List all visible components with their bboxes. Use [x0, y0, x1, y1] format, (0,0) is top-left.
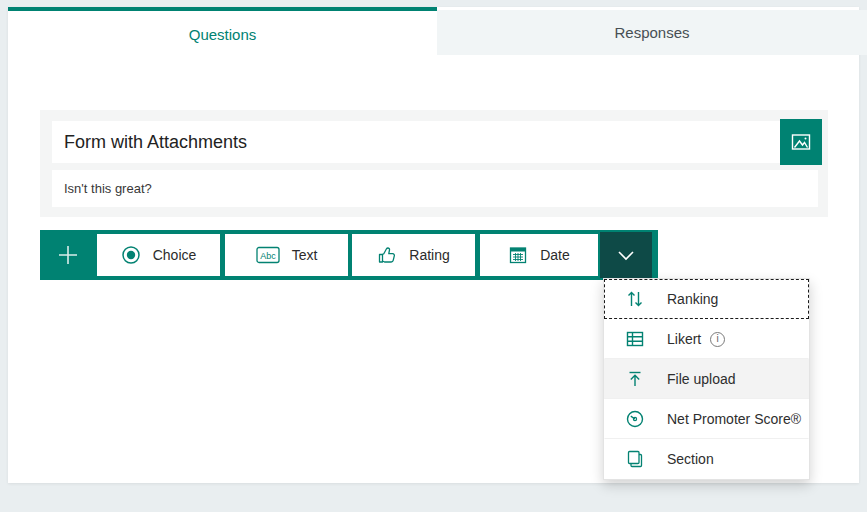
date-button-label: Date	[540, 247, 570, 263]
image-icon	[790, 131, 812, 153]
info-icon[interactable]: i	[710, 332, 725, 347]
tab-responses-label: Responses	[614, 24, 689, 41]
rating-button-label: Rating	[409, 247, 449, 263]
add-question-toolbar: Choice Abc Text Rating Date	[40, 230, 658, 280]
tab-responses[interactable]: Responses	[437, 10, 867, 55]
tab-questions[interactable]: Questions	[8, 7, 437, 57]
plus-icon	[56, 243, 80, 267]
menu-item-net-promoter-score-label: Net Promoter Score®	[667, 411, 801, 427]
text-button-label: Text	[292, 247, 318, 263]
add-question-button[interactable]	[40, 230, 96, 280]
add-text-button[interactable]: Abc Text	[225, 234, 348, 276]
form-description-input[interactable]: Isn't this great?	[52, 170, 818, 207]
question-type-menu: Ranking Likert i File upload	[603, 278, 810, 480]
likert-icon	[625, 329, 645, 349]
section-icon	[625, 449, 645, 469]
menu-item-file-upload[interactable]: File upload	[604, 359, 809, 399]
menu-item-file-upload-label: File upload	[667, 371, 736, 387]
menu-item-section[interactable]: Section	[604, 439, 809, 479]
choice-button-label: Choice	[153, 247, 197, 263]
menu-item-likert-label: Likert	[667, 331, 701, 347]
add-rating-button[interactable]: Rating	[352, 234, 475, 276]
form-description-text: Isn't this great?	[64, 181, 152, 196]
form-title-text: Form with Attachments	[64, 132, 247, 153]
chevron-down-icon	[615, 244, 637, 266]
form-header: Form with Attachments Isn't this great?	[40, 110, 828, 217]
radio-icon	[121, 245, 141, 265]
tab-questions-label: Questions	[189, 26, 257, 43]
abc-icon: Abc	[256, 246, 280, 264]
thumbs-up-icon	[377, 245, 397, 265]
add-choice-button[interactable]: Choice	[97, 234, 220, 276]
form-title-input[interactable]: Form with Attachments	[52, 121, 780, 163]
gauge-icon	[625, 409, 645, 429]
menu-item-net-promoter-score[interactable]: Net Promoter Score®	[604, 399, 809, 439]
upload-icon	[625, 369, 645, 389]
add-date-button[interactable]: Date	[480, 234, 598, 276]
svg-text:Abc: Abc	[260, 251, 276, 261]
menu-item-likert[interactable]: Likert i	[604, 319, 809, 359]
menu-item-section-label: Section	[667, 451, 714, 467]
menu-item-ranking[interactable]: Ranking	[604, 279, 809, 319]
more-question-types-button[interactable]	[600, 232, 652, 278]
menu-item-ranking-label: Ranking	[667, 291, 718, 307]
insert-image-button[interactable]	[780, 119, 822, 165]
calendar-icon	[508, 245, 528, 265]
ranking-icon	[625, 289, 645, 309]
